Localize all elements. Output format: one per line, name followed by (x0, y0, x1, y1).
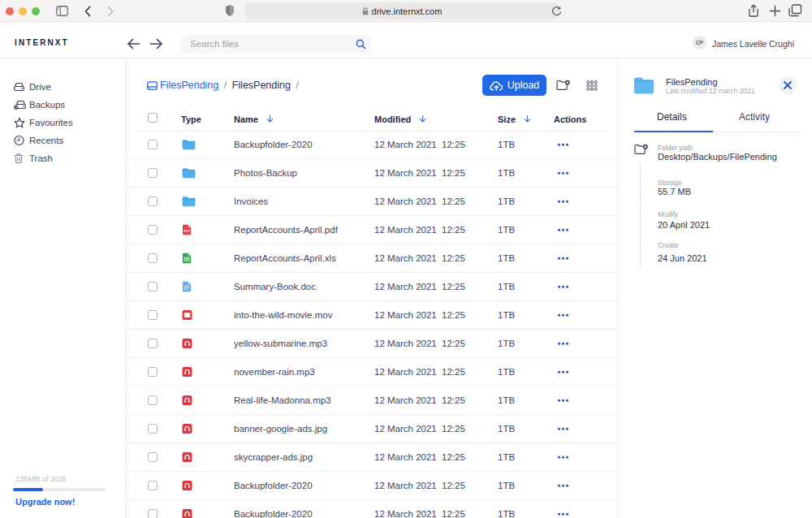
svg-text:PDF: PDF (184, 230, 190, 233)
